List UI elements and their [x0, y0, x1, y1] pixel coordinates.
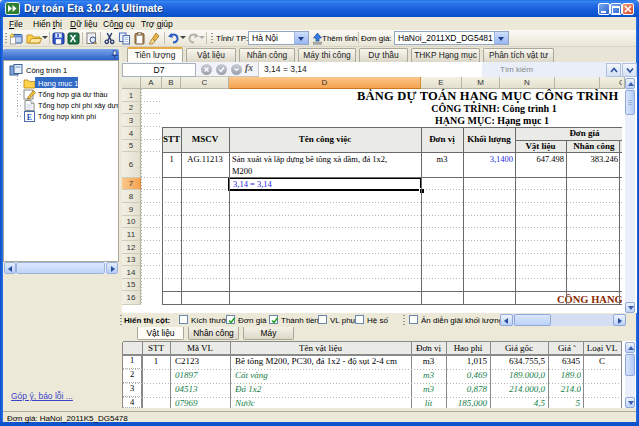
svg-text:E: E: [27, 113, 32, 122]
